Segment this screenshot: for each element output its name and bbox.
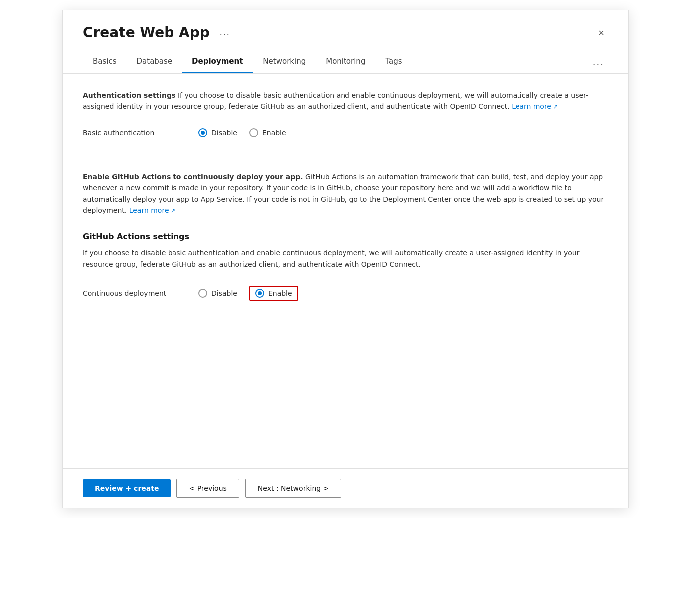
tab-networking[interactable]: Networking bbox=[253, 51, 316, 73]
basic-auth-row: Basic authentication Disable Enable bbox=[83, 122, 608, 143]
basic-auth-disable-dot bbox=[201, 131, 205, 135]
continuous-deployment-enable-option[interactable]: Enable bbox=[249, 286, 298, 301]
github-actions-description: Enable GitHub Actions to continuously de… bbox=[83, 171, 608, 216]
auth-learn-more-link[interactable]: Learn more bbox=[512, 102, 558, 110]
tab-deployment[interactable]: Deployment bbox=[182, 51, 253, 73]
dialog-title-area: Create Web App ... bbox=[83, 24, 234, 41]
basic-auth-enable-option[interactable]: Enable bbox=[249, 128, 286, 137]
github-actions-settings-description: If you choose to disable basic authentic… bbox=[83, 247, 608, 270]
dialog-ellipsis-button[interactable]: ... bbox=[216, 25, 234, 40]
continuous-deployment-disable-option[interactable]: Disable bbox=[198, 289, 237, 298]
close-button[interactable]: × bbox=[594, 26, 608, 40]
divider-1 bbox=[83, 159, 608, 159]
github-actions-description-bold: Enable GitHub Actions to continuously de… bbox=[83, 173, 303, 181]
authentication-section: Authentication settings If you choose to… bbox=[83, 90, 608, 143]
basic-auth-enable-radio[interactable] bbox=[249, 128, 258, 137]
create-web-app-dialog: Create Web App ... × Basics Database Dep… bbox=[62, 10, 629, 508]
next-button[interactable]: Next : Networking > bbox=[245, 479, 342, 498]
continuous-deployment-enable-radio[interactable] bbox=[255, 289, 264, 298]
github-actions-settings-section: GitHub Actions settings If you choose to… bbox=[83, 232, 608, 307]
continuous-deployment-disable-label: Disable bbox=[211, 289, 237, 297]
tab-tags[interactable]: Tags bbox=[375, 51, 412, 73]
github-actions-section: Enable GitHub Actions to continuously de… bbox=[83, 171, 608, 216]
tabs-more-button[interactable]: ... bbox=[589, 53, 608, 71]
dialog-title: Create Web App bbox=[83, 24, 210, 41]
continuous-deployment-row: Continuous deployment Disable Enable bbox=[83, 280, 608, 307]
content-area: Authentication settings If you choose to… bbox=[63, 74, 628, 468]
auth-description-bold: Authentication settings bbox=[83, 91, 175, 99]
basic-auth-disable-label: Disable bbox=[211, 129, 237, 137]
basic-auth-disable-option[interactable]: Disable bbox=[198, 128, 237, 137]
continuous-deployment-enable-dot bbox=[258, 291, 262, 295]
continuous-deployment-disable-radio[interactable] bbox=[198, 289, 207, 298]
github-actions-learn-more-link[interactable]: Learn more bbox=[129, 206, 176, 214]
previous-button[interactable]: < Previous bbox=[176, 479, 239, 498]
basic-auth-label: Basic authentication bbox=[83, 129, 182, 137]
tab-basics[interactable]: Basics bbox=[83, 51, 127, 73]
continuous-deployment-label: Continuous deployment bbox=[83, 289, 182, 297]
review-create-button[interactable]: Review + create bbox=[83, 479, 171, 497]
tabs-bar: Basics Database Deployment Networking Mo… bbox=[63, 51, 628, 74]
continuous-deployment-radio-group: Disable Enable bbox=[198, 286, 298, 301]
tab-database[interactable]: Database bbox=[127, 51, 182, 73]
auth-description: Authentication settings If you choose to… bbox=[83, 90, 608, 112]
basic-auth-radio-group: Disable Enable bbox=[198, 128, 286, 137]
footer: Review + create < Previous Next : Networ… bbox=[63, 468, 628, 508]
tab-monitoring[interactable]: Monitoring bbox=[316, 51, 375, 73]
dialog-header: Create Web App ... × bbox=[63, 10, 628, 51]
github-actions-settings-title: GitHub Actions settings bbox=[83, 232, 608, 241]
basic-auth-disable-radio[interactable] bbox=[198, 128, 207, 137]
continuous-deployment-enable-label: Enable bbox=[268, 289, 292, 297]
basic-auth-enable-label: Enable bbox=[262, 129, 286, 137]
